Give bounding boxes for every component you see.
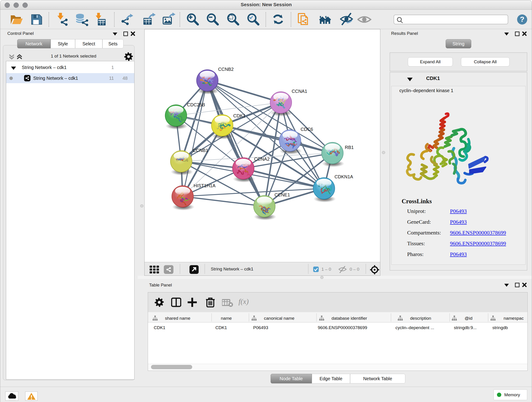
svg-text:CCNB2: CCNB2 bbox=[218, 67, 234, 72]
svg-text:CDC25B: CDC25B bbox=[187, 102, 205, 107]
svg-text:CCNA2: CCNA2 bbox=[254, 157, 270, 162]
svg-text:CDKN1A: CDKN1A bbox=[335, 174, 353, 179]
svg-text:CCNA1: CCNA1 bbox=[292, 89, 307, 94]
svg-text:CDK1: CDK1 bbox=[233, 113, 245, 118]
svg-text:?: ? bbox=[520, 15, 525, 23]
svg-text:HIST1H1A: HIST1H1A bbox=[194, 183, 215, 188]
svg-text:CCNB1: CCNB1 bbox=[193, 148, 208, 153]
svg-text:RB1: RB1 bbox=[345, 145, 354, 150]
svg-text:CDC6: CDC6 bbox=[301, 127, 313, 132]
svg-text:CCNE1: CCNE1 bbox=[274, 192, 290, 197]
